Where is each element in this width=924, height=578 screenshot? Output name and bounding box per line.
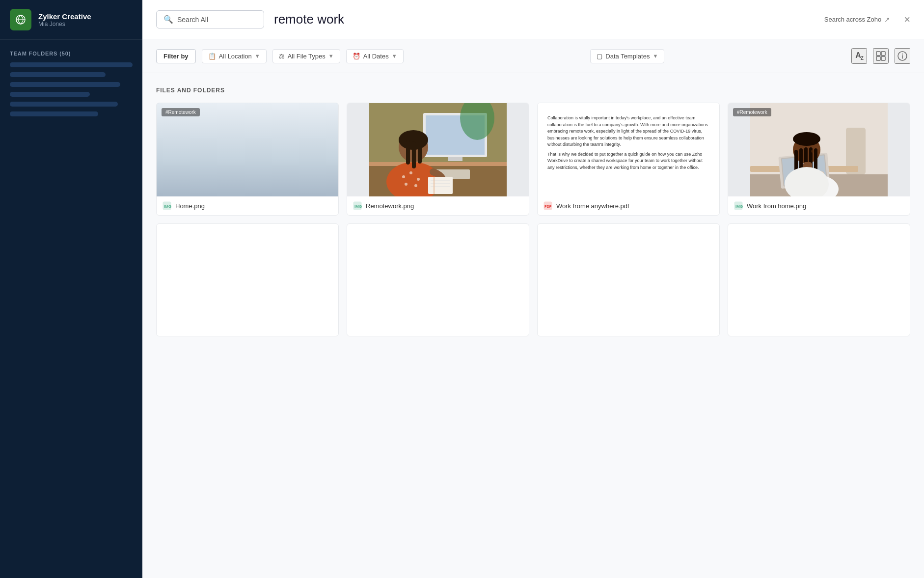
dates-filter[interactable]: ⏰ All Dates ▼ <box>346 49 404 63</box>
svg-rect-22 <box>228 152 236 157</box>
svg-point-38 <box>402 175 405 178</box>
svg-rect-33 <box>448 157 462 161</box>
svg-text:IMG: IMG <box>735 204 743 209</box>
files-section-title: FILES AND FOLDERS <box>156 87 910 94</box>
svg-rect-72 <box>814 148 817 170</box>
svg-rect-5 <box>881 56 885 60</box>
svg-point-25 <box>197 169 234 189</box>
filter-actions: AZ <box>851 48 910 64</box>
svg-rect-9 <box>179 103 316 196</box>
folder-bar-2[interactable] <box>10 72 106 77</box>
info-icon <box>897 51 908 61</box>
file-name-pdf: Work frome anywhere.pdf <box>556 202 629 210</box>
svg-rect-15 <box>179 167 316 196</box>
folder-list <box>0 62 142 116</box>
tag-badge-home: #Remotework <box>162 108 200 116</box>
org-name: Zylker Creative <box>38 12 91 21</box>
file-card-wfh[interactable]: #Remotework IMG Work from home.png <box>728 103 910 216</box>
png-icon-wfh: IMG <box>734 201 743 210</box>
folder-bar-5[interactable] <box>10 102 118 107</box>
file-card-pdf[interactable]: Collaboration is vitally important in to… <box>537 103 720 216</box>
empty-card-4[interactable] <box>728 223 910 336</box>
svg-point-73 <box>793 132 820 146</box>
svg-point-74 <box>811 150 814 153</box>
chevron-down-icon-3: ▼ <box>392 53 397 59</box>
file-types-label: All File Types <box>288 53 326 60</box>
file-types-filter[interactable]: ⚖ All File Types ▼ <box>272 49 340 63</box>
file-thumb-wfh: #Remotework <box>728 103 910 196</box>
folder-bar-6[interactable] <box>10 111 98 116</box>
sidebar-header: Zylker Creative Mia Jones <box>0 0 142 40</box>
svg-rect-45 <box>406 140 410 165</box>
az-sort-icon: AZ <box>855 51 863 61</box>
folder-bar-1[interactable] <box>10 62 133 67</box>
empty-card-3[interactable] <box>537 223 720 336</box>
search-query-text: remote work <box>274 12 815 27</box>
templates-filter[interactable]: ▢ Data Templates ▼ <box>590 49 664 63</box>
svg-rect-11 <box>262 108 306 152</box>
search-across-zoho-button[interactable]: Search across Zoho ↗ <box>824 16 890 24</box>
templates-label: Data Templates <box>605 53 650 60</box>
external-link-icon: ↗ <box>884 16 890 24</box>
location-icon: 📋 <box>208 53 216 60</box>
files-grid: #Remotework IMG Home.png <box>156 103 910 216</box>
info-button[interactable] <box>895 48 910 64</box>
folder-bar-3[interactable] <box>10 82 120 87</box>
templates-icon: ▢ <box>597 53 602 60</box>
file-thumb-remotework <box>347 103 529 196</box>
close-button[interactable]: × <box>904 13 910 26</box>
search-box[interactable]: 🔍 Search All <box>156 10 264 28</box>
svg-rect-47 <box>418 140 422 164</box>
svg-text:IMG: IMG <box>354 204 362 209</box>
org-info: Zylker Creative Mia Jones <box>38 12 91 28</box>
file-meta-home: IMG Home.png <box>157 196 338 215</box>
sidebar: Zylker Creative Mia Jones TEAM FOLDERS (… <box>0 0 142 578</box>
sort-az-button[interactable]: AZ <box>851 48 867 64</box>
filter-bar: Filter by 📋 All Location ▼ ⚖ All File Ty… <box>142 39 924 73</box>
main-area: 🔍 Search All remote work Search across Z… <box>142 0 924 578</box>
file-card-remotework[interactable]: IMG Remotework.png <box>347 103 529 216</box>
svg-point-40 <box>417 178 420 181</box>
chevron-down-icon-2: ▼ <box>328 53 334 59</box>
svg-rect-46 <box>412 141 416 168</box>
svg-point-21 <box>222 134 253 149</box>
file-name-wfh: Work from home.png <box>747 202 806 210</box>
tag-badge-wfh: #Remotework <box>733 108 771 116</box>
files-grid-row2 <box>156 223 910 336</box>
svg-point-41 <box>405 183 408 186</box>
svg-point-42 <box>414 184 417 187</box>
file-thumb-pdf: Collaboration is vitally important in to… <box>538 103 719 196</box>
location-label: All Location <box>219 53 252 60</box>
search-placeholder: Search All <box>177 16 208 24</box>
svg-rect-17 <box>198 169 202 187</box>
grid-icon <box>875 51 886 61</box>
png-icon-home: IMG <box>163 201 171 210</box>
svg-point-26 <box>242 169 278 189</box>
svg-text:PDF: PDF <box>544 205 552 208</box>
filter-icon: ⚖ <box>279 53 285 60</box>
topbar: 🔍 Search All remote work Search across Z… <box>142 0 924 39</box>
pdf-icon: PDF <box>544 201 552 210</box>
grid-view-button[interactable] <box>873 48 889 64</box>
file-meta-wfh: IMG Work from home.png <box>728 196 910 215</box>
user-name: Mia Jones <box>38 21 91 28</box>
dates-label: All Dates <box>363 53 389 60</box>
location-filter[interactable]: 📋 All Location ▼ <box>202 49 267 63</box>
svg-rect-3 <box>881 52 885 55</box>
svg-rect-49 <box>428 177 453 194</box>
svg-text:IMG: IMG <box>164 204 171 209</box>
file-card-home[interactable]: #Remotework IMG Home.png <box>156 103 339 216</box>
clock-icon: ⏰ <box>353 53 360 60</box>
svg-point-39 <box>409 171 412 174</box>
empty-card-2[interactable] <box>347 223 529 336</box>
svg-rect-4 <box>876 56 880 60</box>
empty-card-1[interactable] <box>156 223 339 336</box>
file-meta-remotework: IMG Remotework.png <box>347 196 529 215</box>
folder-bar-4[interactable] <box>10 92 90 97</box>
svg-rect-23 <box>238 152 246 157</box>
svg-point-20 <box>222 137 253 168</box>
search-icon: 🔍 <box>163 15 173 24</box>
search-across-label: Search across Zoho <box>824 16 881 23</box>
filter-by-label: Filter by <box>156 49 196 63</box>
chevron-down-icon-4: ▼ <box>652 53 658 59</box>
